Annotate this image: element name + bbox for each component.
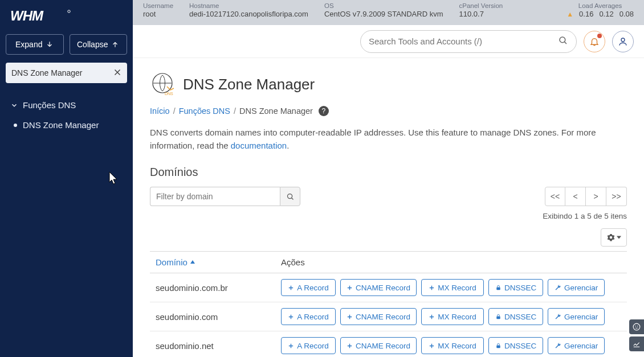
breadcrumb-home[interactable]: Início xyxy=(150,106,170,116)
breadcrumb-sep: / xyxy=(234,106,236,116)
dnssec-button[interactable]: DNSSEC xyxy=(488,279,543,296)
domain-table: Domínio Ações seudominio.com.br A Record… xyxy=(150,251,627,357)
lock-icon xyxy=(495,343,502,349)
wrench-icon xyxy=(555,342,561,349)
cname-record-button[interactable]: CNAME Record xyxy=(340,308,417,325)
plus-icon xyxy=(429,285,435,291)
domain-filter-input[interactable] xyxy=(150,187,280,206)
manage-button[interactable]: Gerenciar xyxy=(548,279,605,296)
clear-search-icon[interactable] xyxy=(112,67,123,79)
pagination: << < > >> xyxy=(545,187,627,206)
expand-button[interactable]: Expand xyxy=(6,34,64,55)
cname-record-button[interactable]: CNAME Record xyxy=(340,279,417,296)
col-header-domain[interactable]: Domínio xyxy=(150,257,281,267)
col-header-actions: Ações xyxy=(281,257,627,267)
page-last-button[interactable]: >> xyxy=(606,187,627,206)
topbar: Usernameroot Hostnamededi-10217120.canop… xyxy=(133,0,644,25)
user-icon xyxy=(618,36,628,47)
logo: WHM xyxy=(0,0,133,31)
svg-point-2 xyxy=(560,37,565,43)
cpver-label: cPanel Version xyxy=(459,2,503,9)
user-button[interactable] xyxy=(612,31,634,52)
plus-icon xyxy=(347,343,353,349)
dns-icon: DNS xyxy=(150,72,175,97)
page-description: DNS converts domain names into computer-… xyxy=(150,126,627,152)
arrow-up-icon xyxy=(111,40,119,48)
cname-record-button[interactable]: CNAME Record xyxy=(340,337,417,354)
svg-point-10 xyxy=(633,323,640,330)
notifications-button[interactable] xyxy=(584,31,605,52)
plus-icon xyxy=(288,314,294,320)
cpver-value: 110.0.7 xyxy=(459,10,503,18)
load-up-icon: ▲ xyxy=(566,10,573,18)
documentation-link[interactable]: documentation xyxy=(231,141,287,150)
manage-button[interactable]: Gerenciar xyxy=(548,337,605,354)
svg-point-1 xyxy=(68,10,70,13)
hostname-label: Hostname xyxy=(189,2,308,9)
a-record-button[interactable]: A Record xyxy=(281,279,336,296)
domain-cell: seudominio.net xyxy=(150,341,281,351)
svg-text:WHM: WHM xyxy=(10,8,44,23)
sidebar: WHM Expand Collapse Funções DNS xyxy=(0,0,133,357)
nav-item-dns-zone-manager[interactable]: DNS Zone Manager xyxy=(0,116,133,134)
plus-icon xyxy=(347,285,353,291)
breadcrumb-group[interactable]: Funções DNS xyxy=(179,106,230,116)
sort-asc-icon xyxy=(190,260,195,265)
svg-point-11 xyxy=(635,326,636,327)
svg-point-3 xyxy=(621,38,625,42)
stats-tab[interactable] xyxy=(629,337,644,351)
plus-icon xyxy=(429,314,435,320)
page-first-button[interactable]: << xyxy=(545,187,565,206)
result-count: Exibindo 1 a 5 de 5 itens xyxy=(150,212,627,220)
gear-icon xyxy=(607,233,615,241)
sidebar-search-input[interactable] xyxy=(6,63,127,83)
arrow-down-icon xyxy=(46,40,54,48)
os-value: CentOS v7.9.2009 STANDARD kvm xyxy=(324,10,443,18)
domain-filter-button[interactable] xyxy=(280,187,300,206)
domain-cell: seudominio.com xyxy=(150,312,281,322)
content: DNS DNS Zone Manager Início / Funções DN… xyxy=(133,58,644,357)
nav-item-label: DNS Zone Manager xyxy=(23,120,99,130)
chevron-down-icon xyxy=(10,101,18,109)
load-15m: 0.08 xyxy=(619,10,634,18)
page-prev-button[interactable]: < xyxy=(565,187,586,206)
section-heading-domains: Domínios xyxy=(150,166,627,179)
hostname-value: dedi-10217120.canopolisfloripa.com xyxy=(189,10,308,18)
mx-record-button[interactable]: MX Record xyxy=(421,337,484,354)
a-record-button[interactable]: A Record xyxy=(281,308,336,325)
table-settings-button[interactable] xyxy=(601,228,627,247)
collapse-button[interactable]: Collapse xyxy=(70,34,128,55)
main: Usernameroot Hostnamededi-10217120.canop… xyxy=(133,0,644,357)
dnssec-button[interactable]: DNSSEC xyxy=(488,337,543,354)
chart-icon xyxy=(633,340,641,348)
a-record-button[interactable]: A Record xyxy=(281,337,336,354)
toolbar xyxy=(133,25,644,58)
page-next-button[interactable]: > xyxy=(586,187,606,206)
expand-label: Expand xyxy=(15,40,42,49)
global-search-input[interactable] xyxy=(369,36,553,46)
plus-icon xyxy=(288,343,294,349)
help-icon[interactable]: ? xyxy=(319,106,329,116)
caret-down-icon xyxy=(617,235,621,240)
mx-record-button[interactable]: MX Record xyxy=(421,279,484,296)
feedback-tab[interactable] xyxy=(629,319,644,334)
svg-point-6 xyxy=(287,194,292,198)
manage-button[interactable]: Gerenciar xyxy=(548,308,605,325)
face-icon xyxy=(633,323,641,331)
load-label: Load Averages xyxy=(566,2,634,9)
domain-cell: seudominio.com.br xyxy=(150,283,281,293)
dnssec-button[interactable]: DNSSEC xyxy=(488,308,543,325)
mx-record-button[interactable]: MX Record xyxy=(421,308,484,325)
page-title: DNS Zone Manager xyxy=(183,76,315,93)
svg-rect-7 xyxy=(496,287,500,290)
load-5m: 0.12 xyxy=(599,10,613,18)
breadcrumb-current: DNS Zone Manager xyxy=(239,106,313,116)
side-tabs xyxy=(629,319,644,351)
lock-icon xyxy=(495,314,502,320)
nav-group-dns[interactable]: Funções DNS xyxy=(0,96,133,116)
nav-group-label: Funções DNS xyxy=(23,100,76,110)
svg-point-12 xyxy=(637,326,638,327)
global-search[interactable] xyxy=(360,30,577,53)
wrench-icon xyxy=(555,313,561,320)
svg-text:DNS: DNS xyxy=(165,92,173,96)
